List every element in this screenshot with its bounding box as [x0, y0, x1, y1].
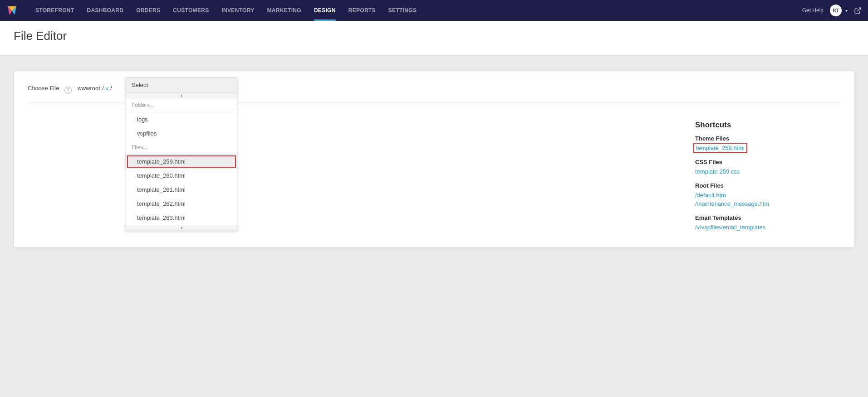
scroll-down-icon[interactable]: ▾	[126, 225, 237, 231]
choose-file-label: Choose File	[28, 85, 59, 92]
shortcut-link[interactable]: template_259.html	[695, 145, 745, 151]
file-editor-card: Choose File ? wwwroot / v / Select ▴ Fol…	[14, 71, 854, 247]
dropdown-header[interactable]: Select	[126, 78, 237, 92]
breadcrumb-root: wwwroot	[77, 85, 100, 92]
shortcut-group-title: Theme Files	[695, 135, 840, 142]
nav-link-settings[interactable]: SETTINGS	[382, 0, 423, 21]
shortcuts-panel: Shortcuts Theme Filestemplate_259.htmlCS…	[695, 111, 840, 232]
dropdown-file-item[interactable]: template_262.html	[126, 197, 237, 211]
breadcrumb-v[interactable]: v	[106, 85, 109, 92]
file-select-dropdown[interactable]: Select ▴ Folders... logsvspfiles Files..…	[126, 77, 237, 231]
shortcut-group-title: Email Templates	[695, 214, 840, 221]
dropdown-folder-item[interactable]: logs	[126, 112, 237, 126]
get-help-link[interactable]: Get Help	[802, 7, 824, 14]
nav-link-marketing[interactable]: MARKETING	[261, 0, 308, 21]
nav-link-design[interactable]: DESIGN	[308, 0, 342, 21]
nav-right: Get Help RT ▾	[802, 5, 862, 16]
dropdown-scroll[interactable]: Folders... logsvspfiles Files... templat…	[126, 98, 237, 225]
nav-link-storefront[interactable]: STOREFRONT	[29, 0, 80, 21]
shortcut-link[interactable]: /default.htm	[695, 192, 726, 198]
nav-link-customers[interactable]: CUSTOMERS	[167, 0, 215, 21]
dropdown-section-files: Files...	[126, 140, 237, 155]
scroll-up-icon[interactable]: ▴	[126, 92, 237, 98]
file-chooser-row: Choose File ? wwwroot / v / Select ▴ Fol…	[28, 82, 840, 102]
dropdown-folder-item[interactable]: vspfiles	[126, 126, 237, 140]
dropdown-file-item[interactable]: template_263.html	[126, 211, 237, 225]
page-titlebar: File Editor	[0, 21, 868, 55]
content-wrap: Choose File ? wwwroot / v / Select ▴ Fol…	[0, 55, 868, 263]
dropdown-section-folders: Folders...	[126, 98, 237, 112]
shortcuts-title: Shortcuts	[695, 121, 840, 130]
shortcut-link[interactable]: template 259 css	[695, 168, 740, 175]
dropdown-file-item[interactable]: template_259.html	[126, 155, 237, 169]
dropdown-file-item[interactable]: template_261.html	[126, 183, 237, 197]
svg-line-3	[857, 8, 861, 11]
top-nav: STOREFRONTDASHBOARDORDERSCUSTOMERSINVENT…	[0, 0, 868, 21]
nav-links: STOREFRONTDASHBOARDORDERSCUSTOMERSINVENT…	[29, 0, 423, 21]
breadcrumb-sep: /	[110, 85, 112, 92]
chevron-down-icon[interactable]: ▾	[845, 8, 848, 13]
nav-link-inventory[interactable]: INVENTORY	[215, 0, 260, 21]
dropdown-file-item[interactable]: template_260.html	[126, 169, 237, 183]
shortcut-group-title: Root Files	[695, 182, 840, 189]
nav-link-dashboard[interactable]: DASHBOARD	[80, 0, 130, 21]
shortcut-link[interactable]: /v/vspfiles/email_templates	[695, 224, 765, 231]
breadcrumb: wwwroot / v /	[77, 85, 112, 92]
shortcut-link[interactable]: /maintenance_message.htm	[695, 200, 769, 207]
nav-link-reports[interactable]: REPORTS	[342, 0, 382, 21]
avatar[interactable]: RT	[830, 5, 842, 16]
breadcrumb-sep: /	[102, 85, 104, 92]
page-title: File Editor	[14, 29, 854, 43]
help-icon[interactable]: ?	[64, 87, 72, 94]
nav-link-orders[interactable]: ORDERS	[130, 0, 167, 21]
open-external-icon[interactable]	[854, 7, 862, 15]
logo-icon[interactable]	[6, 5, 18, 16]
shortcut-group-title: CSS Files	[695, 159, 840, 165]
